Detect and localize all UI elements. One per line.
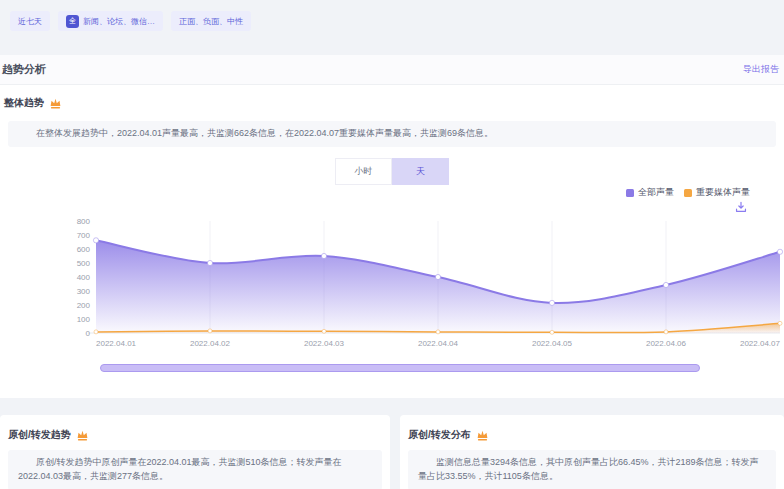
filter-bar: 近七天 全 新闻、论坛、微信… 正面、负面、中性 — [10, 11, 251, 31]
y-axis-tick: 100 — [77, 315, 91, 324]
filter-chip-time-range[interactable]: 近七天 — [10, 11, 50, 31]
granularity-toggle: 小时 天 — [335, 158, 449, 185]
filter-sentiment-label: 正面、负面、中性 — [179, 16, 243, 27]
original-repost-distribution-label: 原创/转发分布 — [408, 428, 471, 442]
crown-icon — [476, 429, 489, 442]
overall-summary-text: 在整体发展趋势中，2022.04.01声量最高，共监测662条信息，在2022.… — [8, 121, 776, 147]
x-axis-tick: 2022.04.03 — [304, 339, 345, 348]
overall-trend-title: 整体趋势 — [4, 96, 62, 110]
y-axis-tick: 300 — [77, 287, 91, 296]
filter-time-range-label: 近七天 — [18, 16, 42, 27]
legend-item-0[interactable]: 全部声量 — [626, 186, 674, 199]
y-axis-tick: 0 — [86, 329, 91, 338]
legend-item-1[interactable]: 重要媒体声量 — [684, 186, 750, 199]
overall-trend-label: 整体趋势 — [4, 96, 44, 110]
original-repost-trend-card: 原创/转发趋势 原创/转发趋势中原创声量在2022.04.01最高，共监测510… — [0, 415, 390, 489]
x-axis-tick: 2022.04.06 — [646, 339, 687, 348]
toggle-hour-button[interactable]: 小时 — [335, 158, 392, 185]
x-axis-tick: 2022.04.07 — [740, 339, 781, 348]
sources-icon: 全 — [66, 15, 79, 28]
trend-chart[interactable]: 01002003004005006007008002022.04.012022.… — [76, 206, 784, 351]
filter-chip-sentiment[interactable]: 正面、负面、中性 — [171, 11, 251, 31]
x-axis-tick: 2022.04.01 — [96, 339, 137, 348]
original-repost-distribution-title: 原创/转发分布 — [400, 415, 784, 442]
filter-sources-label: 新闻、论坛、微信… — [83, 16, 155, 27]
legend-swatch — [684, 189, 692, 197]
crown-icon — [76, 429, 89, 442]
original-repost-distribution-card: 原创/转发分布 监测信息总量3294条信息，其中原创声量占比66.45%，共计2… — [400, 415, 784, 489]
y-axis-tick: 500 — [77, 259, 91, 268]
chart-datazoom-scrollbar[interactable] — [100, 364, 700, 372]
legend-label: 全部声量 — [638, 186, 674, 199]
crown-icon — [49, 97, 62, 110]
chart-legend: 全部声量重要媒体声量 — [626, 186, 750, 199]
x-axis-tick: 2022.04.05 — [532, 339, 573, 348]
filter-chip-sources[interactable]: 全 新闻、论坛、微信… — [58, 11, 163, 31]
original-repost-trend-label: 原创/转发趋势 — [8, 428, 71, 442]
panel-header: 趋势分析 导出报告 — [0, 55, 784, 85]
trend-analysis-panel: 趋势分析 导出报告 整体趋势 在整体发展趋势中，2022.04.01声量最高，共… — [0, 55, 784, 398]
x-axis-tick: 2022.04.04 — [418, 339, 459, 348]
x-axis-tick: 2022.04.02 — [190, 339, 231, 348]
y-axis-tick: 600 — [77, 245, 91, 254]
y-axis-tick: 200 — [77, 301, 91, 310]
page-title: 趋势分析 — [2, 62, 46, 77]
y-axis-tick: 400 — [77, 273, 91, 282]
original-repost-trend-summary: 原创/转发趋势中原创声量在2022.04.01最高，共监测510条信息；转发声量… — [8, 450, 382, 489]
legend-swatch — [626, 189, 634, 197]
original-repost-trend-title: 原创/转发趋势 — [0, 415, 390, 442]
legend-label: 重要媒体声量 — [696, 186, 750, 199]
y-axis-tick: 700 — [77, 231, 91, 240]
export-report-link[interactable]: 导出报告 — [743, 63, 779, 76]
original-repost-distribution-summary: 监测信息总量3294条信息，其中原创声量占比66.45%，共计2189条信息；转… — [408, 450, 776, 489]
y-axis-tick: 800 — [77, 217, 91, 226]
toggle-day-button[interactable]: 天 — [392, 158, 449, 185]
